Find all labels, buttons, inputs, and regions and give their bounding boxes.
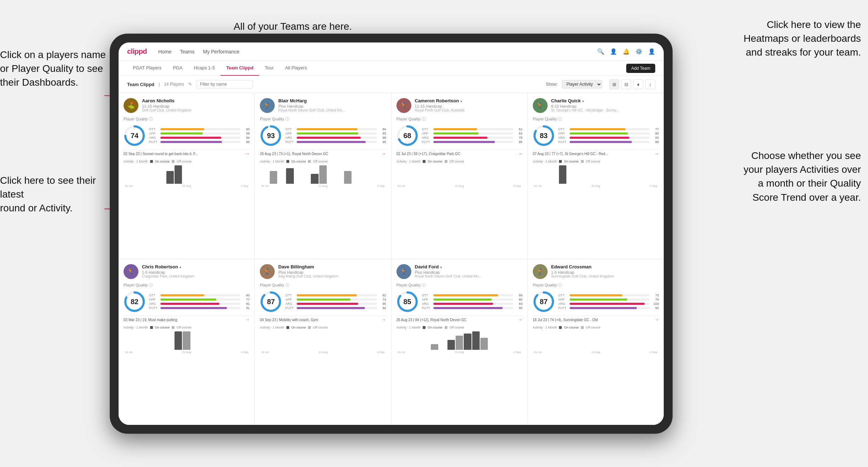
tab-pga[interactable]: PGA <box>167 61 188 76</box>
quality-number: 68 <box>403 132 411 140</box>
round-arrow-icon[interactable]: → <box>655 317 659 322</box>
quality-row[interactable]: 82 OTT 60 APP 77 ARG <box>124 291 250 313</box>
stat-row-app: APP 80 <box>422 298 522 301</box>
chart-bar <box>439 183 446 184</box>
player-handicap: Plus Handicap <box>415 270 522 274</box>
player-name[interactable]: Cameron Robertson ● <box>415 98 522 103</box>
search-icon[interactable]: 🔍 <box>597 48 604 55</box>
quality-circle[interactable]: 85 <box>396 291 418 313</box>
player-card[interactable]: 🏌 Chris Robertson ● 1-5 Handicap Craigmi… <box>119 259 255 425</box>
chart-label: 4 Sep <box>241 184 248 188</box>
profile-icon[interactable]: 👤 <box>610 48 617 55</box>
stat-row-app: APP 85 <box>285 132 386 135</box>
avatar-icon[interactable]: 👤 <box>648 48 655 55</box>
filter-input[interactable] <box>196 80 253 89</box>
round-arrow-icon[interactable]: → <box>518 151 522 156</box>
player-card[interactable]: 🏌 Blair McHarg Plus Handicap Royal North… <box>255 93 391 259</box>
player-card[interactable]: 🏌 Dave Billingham Plus Handicap Sag Main… <box>255 259 391 425</box>
player-name[interactable]: Charlie Quick ● <box>551 98 659 103</box>
top-nav: clippd Home Teams My Performance 🔍 👤 🔔 ⚙… <box>119 42 664 61</box>
chart-bar <box>191 183 199 184</box>
quality-circle[interactable]: 68 <box>396 125 418 147</box>
activity-label: Activity · 1 Month On course Off course <box>396 160 522 163</box>
quality-circle[interactable]: 87 <box>260 291 282 313</box>
player-card[interactable]: 🏌 Charlie Quick ● 6-10 Handicap St. Geor… <box>528 93 664 259</box>
latest-round[interactable]: 03 Mar 23 | 19, Must make putting → <box>124 315 250 322</box>
latest-round[interactable]: 04 Sep 23 | Mobility with coach, Gym → <box>260 315 386 322</box>
quality-circle[interactable]: 74 <box>124 125 145 147</box>
player-avatar: ⛳ <box>124 98 138 113</box>
player-card[interactable]: 🏌 David Ford ● Plus Handicap Royal North… <box>392 259 527 425</box>
chart-bar <box>575 349 583 350</box>
quality-row[interactable]: 74 OTT 60 APP 58 ARG <box>124 125 250 147</box>
list-view-icon[interactable]: ⊟ <box>621 79 631 89</box>
player-name[interactable]: Dave Billingham <box>278 264 386 269</box>
latest-round[interactable]: 02 Sep 23 | Sunset round to get back int… <box>124 149 250 156</box>
quality-row[interactable]: 87 OTT 73 APP 79 ARG <box>533 291 659 313</box>
quality-row[interactable]: 85 OTT 89 APP 80 ARG <box>396 291 522 313</box>
chart-bar <box>575 183 583 184</box>
player-info: Blair McHarg Plus Handicap Royal North D… <box>278 98 386 112</box>
settings-icon[interactable]: ⚙️ <box>635 48 643 55</box>
edit-icon[interactable]: ✎ <box>188 82 192 87</box>
quality-row[interactable]: 93 OTT 84 APP 85 ARG <box>260 125 386 147</box>
round-arrow-icon[interactable]: → <box>245 317 250 322</box>
latest-round[interactable]: 26 Aug 23 | 84 (+12), Royal North Devon … <box>396 315 522 322</box>
off-course-legend <box>445 326 447 329</box>
player-card[interactable]: ⛳ Aaron Nicholls 11-15 Handicap Drift Go… <box>119 93 255 259</box>
player-handicap: 11-15 Handicap <box>142 104 250 108</box>
tab-pgat[interactable]: PGAT Players <box>127 61 167 76</box>
quality-circle[interactable]: 82 <box>124 291 145 313</box>
grid-view-icon[interactable]: ⊞ <box>609 79 619 89</box>
tab-hcaps[interactable]: Hcaps 1-5 <box>188 61 221 76</box>
ipad-screen: clippd Home Teams My Performance 🔍 👤 🔔 ⚙… <box>119 42 664 425</box>
nav-my-performance[interactable]: My Performance <box>203 49 239 55</box>
putt-label: PUTT <box>558 140 568 144</box>
latest-round[interactable]: 26 Aug 23 | 73 (+1), Royal North Devon G… <box>260 149 386 156</box>
chart-bar <box>489 349 496 350</box>
latest-round[interactable]: 07 Aug 23 | 77 (+7), St George's Hill GC… <box>533 149 659 156</box>
quality-row[interactable]: 83 OTT 77 APP 80 ARG <box>533 125 659 147</box>
quality-circle[interactable]: 83 <box>533 125 555 147</box>
latest-round[interactable]: 02 Jul 23 | 59 (+17), Craigmillar Park G… <box>396 149 522 156</box>
on-course-legend <box>150 160 153 163</box>
latest-round[interactable]: 18 Jul 23 | 74 (+4), Sunningdale GC - Ol… <box>533 315 659 322</box>
nav-home[interactable]: Home <box>158 49 171 55</box>
off-course-text: Off course <box>177 326 191 329</box>
heatmap-icon[interactable]: ♦ <box>633 79 643 89</box>
quality-row[interactable]: 87 OTT 82 APP 74 ARG <box>260 291 386 313</box>
chart-bar <box>542 183 550 184</box>
chart-bar <box>398 183 405 184</box>
arg-label: ARG <box>149 302 159 306</box>
round-arrow-icon[interactable]: → <box>245 151 250 156</box>
player-club: Royal Perth Golf Club, Australia <box>415 108 522 112</box>
app-label: APP <box>422 298 432 301</box>
tab-team-clippd[interactable]: Team Clippd <box>221 61 259 76</box>
player-card[interactable]: 🏌 Edward Crossman 1-5 Handicap Sunningda… <box>528 259 664 425</box>
round-arrow-icon[interactable]: → <box>382 151 386 156</box>
round-arrow-icon[interactable]: → <box>518 317 522 322</box>
quality-row[interactable]: 68 OTT 61 APP 63 ARG <box>396 125 522 147</box>
add-team-button[interactable]: Add Team <box>626 64 655 73</box>
tab-tour[interactable]: Tour <box>259 61 279 76</box>
player-name[interactable]: Chris Robertson ● <box>142 264 250 269</box>
quality-circle[interactable]: 87 <box>533 291 555 313</box>
player-avatar: 🏌 <box>533 264 548 279</box>
stat-row-arg: ARG 85 <box>285 302 386 306</box>
player-name[interactable]: Edward Crossman <box>551 264 659 269</box>
stats-col: OTT 84 APP 85 ARG 88 PU <box>285 127 386 144</box>
round-arrow-icon[interactable]: → <box>382 317 386 322</box>
off-course-text: Off course <box>313 160 327 163</box>
player-name[interactable]: Aaron Nicholls <box>142 98 250 103</box>
show-select[interactable]: Player Activity <box>562 80 602 89</box>
player-card[interactable]: 🏌 Cameron Robertson ● 11-15 Handicap Roy… <box>392 93 527 259</box>
quality-label: Player Quality ⓘ <box>124 283 250 288</box>
player-name[interactable]: Blair McHarg <box>278 98 386 103</box>
round-arrow-icon[interactable]: → <box>655 151 659 156</box>
tab-all-players[interactable]: All Players <box>279 61 312 76</box>
quality-circle[interactable]: 93 <box>260 125 282 147</box>
bell-icon[interactable]: 🔔 <box>623 48 630 55</box>
nav-teams[interactable]: Teams <box>180 49 194 55</box>
player-name[interactable]: David Ford ● <box>415 264 522 269</box>
sort-icon[interactable]: ↕ <box>645 79 655 89</box>
